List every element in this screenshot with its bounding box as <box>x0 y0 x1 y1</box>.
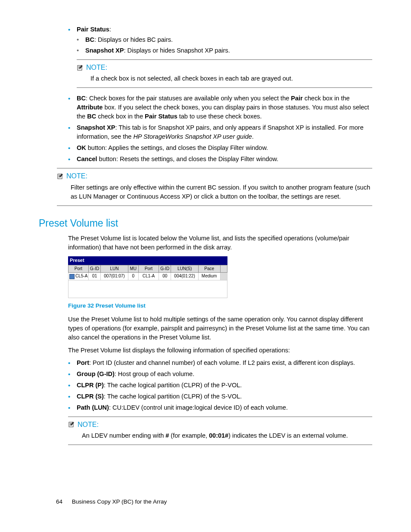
cell-scroll <box>220 273 227 280</box>
note-block-1: NOTE: If a check box is not selected, al… <box>77 59 372 88</box>
text: Port <box>77 359 89 366</box>
note-body: An LDEV number ending with # (for exampl… <box>68 430 372 445</box>
text: ) indicates the LDEV is an external volu… <box>228 432 348 439</box>
note-label: NOTE: <box>78 420 99 429</box>
col-lun: LUN <box>101 265 128 273</box>
col-luns: LUN(S) <box>171 265 198 273</box>
note-header: NOTE: <box>77 60 372 73</box>
col-scroll <box>220 265 227 273</box>
text: HP StorageWorks Snapshot XP user guide <box>133 133 252 140</box>
mid-list: BC: Check boxes for the pair statuses ar… <box>68 94 372 164</box>
pair-status-list: Pair Status: BC: Displays or hides BC pa… <box>68 25 372 55</box>
note-block-2: NOTE: Filter settings are only effective… <box>57 168 372 205</box>
divider <box>57 205 372 206</box>
note-icon <box>57 173 64 179</box>
note-body: Filter settings are only effective withi… <box>57 182 372 205</box>
divider <box>77 87 372 88</box>
pair-status-label: Pair Status <box>77 26 109 33</box>
snapshot-label: Snapshot XP <box>85 47 124 54</box>
text: An LDEV number ending with <box>82 432 165 439</box>
text: : The cache logical partition (CLPR) of … <box>104 382 242 389</box>
list-item: Port: Port ID (cluster and channel numbe… <box>68 358 372 367</box>
list-item: CLPR (S): The cache logical partition (C… <box>68 392 372 401</box>
text: Attribute <box>77 104 103 111</box>
list-item: Snapshot XP: This tab is for Snapshot XP… <box>68 123 372 141</box>
table-header-row: Port G-ID LUN MU Port G-ID LUN(S) Pace <box>68 265 227 273</box>
list-item: OK button: Applies the settings, and clo… <box>68 143 372 152</box>
text: Cancel <box>77 156 97 162</box>
cell-port: CL5-A <box>68 273 89 280</box>
text: (for example, <box>169 432 209 439</box>
col-port2: Port <box>139 265 159 273</box>
cell-pace: Medium <box>198 273 220 280</box>
text: Pair Status <box>145 113 177 120</box>
section-heading: Preset Volume list <box>39 216 372 230</box>
text: : Port ID (cluster and channel number) o… <box>89 359 355 366</box>
note-label: NOTE: <box>66 171 87 181</box>
text: CLPR (P) <box>77 382 104 389</box>
text: CL5-A <box>75 274 87 278</box>
footer-title: Business Copy XP (BC) for the Array <box>72 498 167 505</box>
note-body: If a check box is not selected, all chec… <box>77 73 372 87</box>
cell-gid2: 00 <box>159 273 171 280</box>
text: : The cache logical partition (CLPR) of … <box>104 393 242 400</box>
text: BC <box>87 113 96 120</box>
col-port: Port <box>68 265 89 273</box>
text: 00:01# <box>209 432 228 439</box>
text: check box in the <box>96 113 145 120</box>
cell-lun: 007(01:07) <box>101 273 128 280</box>
note-icon <box>68 421 75 427</box>
col-mu: MU <box>128 265 138 273</box>
note-header: NOTE: <box>68 417 372 430</box>
page-number: 64 <box>56 498 62 505</box>
preset-table: Preset Port G-ID LUN MU Port G-ID LUN(S)… <box>68 256 227 298</box>
text: Pair <box>291 95 302 102</box>
text: check box in the <box>303 95 350 102</box>
section-intro: The Preset Volume list is located below … <box>68 234 372 252</box>
text: BC <box>77 95 86 102</box>
text: tab to use these check boxes. <box>177 113 262 120</box>
note-block-3: NOTE: An LDEV number ending with # (for … <box>68 417 372 445</box>
col-pace: Pace <box>198 265 220 273</box>
text: button: Resets the settings, and closes … <box>97 156 279 162</box>
text: button: Applies the settings, and closes… <box>86 144 268 151</box>
cell-luns: 004(01:22) <box>171 273 198 280</box>
cell-mu: 0 <box>128 273 138 280</box>
table-row: CL5-A 01 007(01:07) 0 CL1-A 00 004(01:22… <box>68 273 227 280</box>
list-item: Snapshot XP: Displays or hides Snapshot … <box>77 46 372 55</box>
volume-icon <box>69 274 75 279</box>
text: CLPR (S) <box>77 393 104 400</box>
note-header: NOTE: <box>57 168 372 182</box>
bc-label: BC <box>85 36 94 43</box>
list-item: BC: Displays or hides BC pairs. <box>77 35 372 44</box>
list-item: Cancel button: Resets the settings, and … <box>68 155 372 164</box>
note-icon <box>77 65 84 71</box>
text: Group (G-ID) <box>77 370 115 377</box>
cell-gid: 01 <box>88 273 101 280</box>
text: : CU:LDEV (control unit image:logical de… <box>109 404 288 411</box>
text: : Displays or hides BC pairs. <box>94 36 173 43</box>
text: : Check boxes for the pair statuses are … <box>86 95 291 102</box>
text: Path (LUN) <box>77 404 109 411</box>
cell-port2: CL1-A <box>139 273 159 280</box>
list-item: Path (LUN): CU:LDEV (control unit image:… <box>68 403 372 412</box>
list-item: BC: Check boxes for the pair statuses ar… <box>68 94 372 121</box>
note-label: NOTE: <box>86 62 107 72</box>
info-list: Port: Port ID (cluster and channel numbe… <box>68 358 372 412</box>
preset-empty-area <box>68 280 227 298</box>
displays-paragraph: The Preset Volume list displays the foll… <box>68 346 372 355</box>
use-paragraph: Use the Preset Volume list to hold multi… <box>68 315 372 342</box>
content-column: Pair Status: BC: Displays or hides BC pa… <box>68 25 372 445</box>
preset-table-title: Preset <box>68 256 227 265</box>
figure-caption: Figure 32 Preset Volume list <box>68 302 372 310</box>
list-item: CLPR (P): The cache logical partition (C… <box>68 381 372 390</box>
text: : Host group of each volume. <box>115 370 194 377</box>
preset-grid: Port G-ID LUN MU Port G-ID LUN(S) Pace C… <box>68 265 227 280</box>
text: Snapshot XP <box>77 124 115 131</box>
page: Pair Status: BC: Displays or hides BC pa… <box>0 0 411 532</box>
list-item: Group (G-ID): Host group of each volume. <box>68 370 372 379</box>
text: : Displays or hides Snapshot XP pairs. <box>124 47 230 54</box>
text: . <box>252 133 254 140</box>
col-gid2: G-ID <box>159 265 171 273</box>
text: : <box>109 26 111 33</box>
